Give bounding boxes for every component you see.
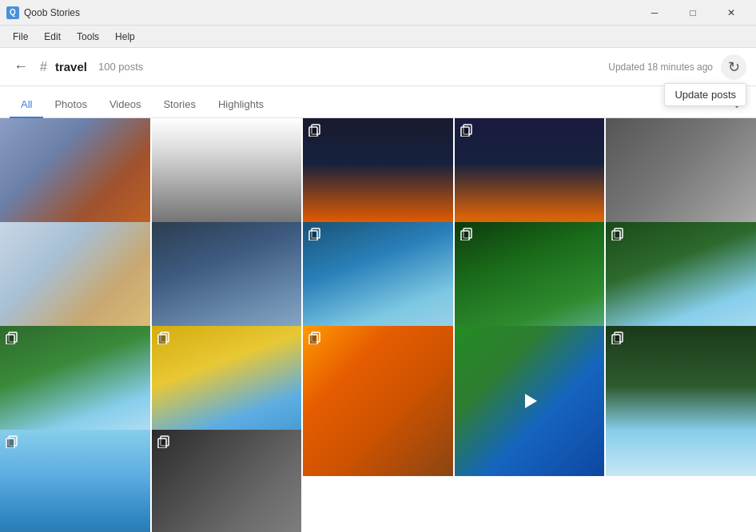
menu-help[interactable]: Help xyxy=(109,30,141,44)
svg-rect-16 xyxy=(612,231,620,240)
refresh-icon: ↻ xyxy=(728,58,740,76)
svg-rect-10 xyxy=(461,127,469,137)
svg-rect-27 xyxy=(6,439,14,448)
tab-videos[interactable]: Videos xyxy=(98,92,153,118)
titlebar: Q Qoob Stories ─ □ ✕ xyxy=(0,0,756,26)
svg-rect-14 xyxy=(461,231,469,240)
multi-copy-icon xyxy=(460,227,474,241)
multi-copy-icon xyxy=(5,435,19,449)
svg-rect-25 xyxy=(612,335,620,344)
multi-copy-icon xyxy=(611,331,625,345)
tab-highlights[interactable]: Highlights xyxy=(207,92,275,118)
window-controls: ─ □ ✕ xyxy=(636,0,750,26)
hashtag-icon: # xyxy=(40,60,47,74)
multi-copy-icon xyxy=(5,331,19,345)
svg-rect-20 xyxy=(158,335,166,344)
maximize-button[interactable]: □ xyxy=(674,0,711,26)
svg-marker-23 xyxy=(525,394,537,408)
tab-photos[interactable]: Photos xyxy=(43,92,97,118)
updated-text: Updated 18 minutes ago xyxy=(608,62,713,73)
tabs-bar: All Photos Videos Stories Highlights xyxy=(0,86,756,118)
post-count: 100 posts xyxy=(98,61,143,73)
photo-cell[interactable] xyxy=(455,326,605,476)
multi-copy-icon xyxy=(308,227,322,241)
photo-cell[interactable] xyxy=(303,326,453,476)
svg-rect-22 xyxy=(309,335,317,344)
multi-copy-icon xyxy=(611,227,625,241)
svg-rect-29 xyxy=(158,439,166,448)
app-icon: Q xyxy=(6,6,19,19)
update-tooltip: Update posts xyxy=(664,83,746,106)
photo-cell[interactable] xyxy=(0,430,150,532)
menubar: File Edit Tools Help xyxy=(0,26,756,48)
tab-all[interactable]: All xyxy=(10,92,43,118)
photo-cell[interactable] xyxy=(152,430,302,532)
menu-edit[interactable]: Edit xyxy=(38,30,67,44)
close-button[interactable]: ✕ xyxy=(713,0,750,26)
multi-copy-icon xyxy=(157,331,171,345)
refresh-button[interactable]: ↻ xyxy=(721,54,746,80)
toolbar: ← # travel 100 posts Updated 18 minutes … xyxy=(0,48,756,86)
multi-copy-icon xyxy=(460,123,474,137)
svg-rect-8 xyxy=(309,127,317,137)
tag-name: travel xyxy=(55,60,87,73)
app-title: Qoob Stories xyxy=(24,7,80,18)
back-icon: ← xyxy=(14,58,28,75)
multi-copy-icon xyxy=(308,331,322,345)
back-button[interactable]: ← xyxy=(10,56,32,78)
photo-grid xyxy=(0,118,756,532)
minimize-button[interactable]: ─ xyxy=(636,0,673,26)
menu-tools[interactable]: Tools xyxy=(70,30,105,44)
refresh-container: ↻ Update posts xyxy=(721,54,746,80)
menu-file[interactable]: File xyxy=(6,30,34,44)
play-icon xyxy=(517,388,543,414)
multi-copy-icon xyxy=(157,435,171,449)
svg-rect-18 xyxy=(6,335,14,344)
svg-rect-12 xyxy=(309,231,317,240)
photo-cell[interactable] xyxy=(606,326,756,476)
tab-stories[interactable]: Stories xyxy=(152,92,206,118)
multi-copy-icon xyxy=(308,123,322,137)
